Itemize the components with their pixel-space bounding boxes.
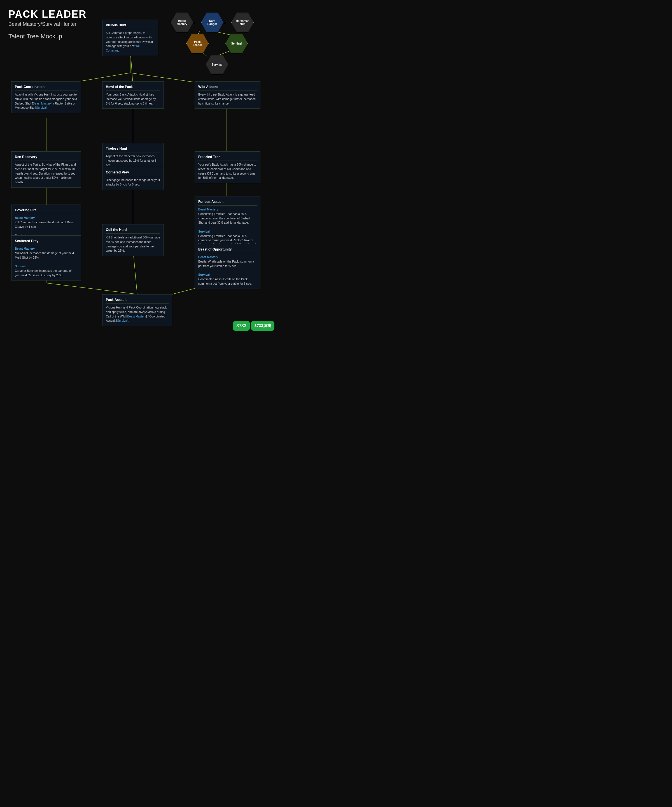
pack-coordination-card: Pack Coordination Attacking with Vicious…: [11, 81, 81, 113]
pack-coordination-title: Pack Coordination: [15, 84, 78, 91]
frenzied-tear-body: Your pet's Basic Attack has a 20% chance…: [198, 163, 257, 180]
svg-line-15: [46, 283, 137, 294]
pack-assault-title: Pack Assault: [106, 297, 169, 304]
pack-coordination-body: Attacking with Vicious Hunt instructs yo…: [15, 93, 78, 110]
frenzied-tear-title: Frenzied Tear: [198, 154, 257, 161]
wild-attacks-card: Wild Attacks Every third pet Basic Attac…: [195, 81, 260, 109]
den-recovery-card: Den Recovery Aspect of the Turtle, Survi…: [11, 151, 81, 188]
vicious-hunt-body: Kill Command prepares you to viciously a…: [106, 31, 154, 53]
hex-pack-leader[interactable]: Pack Leader: [186, 34, 209, 53]
page-title: PACK LEADER: [8, 8, 86, 20]
page-subtitle: Beast Mastery/Survival Hunter: [8, 21, 86, 27]
cornered-prey-card: Cornered Prey Disengage increases the ra…: [102, 167, 164, 190]
den-recovery-title: Den Recovery: [15, 154, 78, 161]
cull-herd-card: Cull the Herd Kill Shot deals an additio…: [102, 224, 164, 256]
scattered-prey-body: Beast Mastery Multi-Shot increases the d…: [15, 247, 78, 277]
hex-survival[interactable]: Survival: [206, 55, 228, 74]
tireless-hunt-body: Aspect of the Cheetah now increases move…: [106, 154, 160, 167]
howl-pack-body: Your pet's Basic Attack critical strikes…: [106, 93, 160, 106]
hex-dark-ranger[interactable]: Dark Ranger: [201, 13, 223, 32]
covering-fire-title: Covering Fire: [15, 208, 78, 214]
cornered-prey-title: Cornered Prey: [106, 170, 160, 176]
pack-assault-body: Vicious Hunt and Pack Coordination now s…: [106, 306, 169, 323]
beast-opportunity-title: Beast of Opportunity: [198, 247, 257, 253]
hex-beast-mastery[interactable]: Beast Mastery: [171, 13, 193, 32]
den-recovery-body: Aspect of the Turtle, Survival of the Fi…: [15, 163, 78, 185]
pack-assault-card: Pack Assault Vicious Hunt and Pack Coord…: [102, 294, 172, 326]
tireless-hunt-title: Tireless Hunt: [106, 146, 160, 153]
watermark: 3733 3733游戏: [233, 321, 275, 330]
howl-pack-card: Howl of the Pack Your pet's Basic Attack…: [102, 81, 164, 109]
howl-pack-title: Howl of the Pack: [106, 84, 160, 91]
hex-sentinel[interactable]: Sentinel: [225, 34, 248, 53]
wild-attacks-body: Every third pet Basic Attack is a guaran…: [198, 93, 257, 106]
frenzied-tear-card: Frenzied Tear Your pet's Basic Attack ha…: [195, 151, 260, 183]
tireless-hunt-card: Tireless Hunt Aspect of the Cheetah now …: [102, 143, 164, 170]
watermark-badge1: 3733: [233, 321, 250, 330]
title-area: PACK LEADER Beast Mastery/Survival Hunte…: [8, 8, 86, 40]
vicious-hunt-card: Vicious Hunt Kill Command prepares you t…: [102, 20, 158, 56]
vicious-hunt-title: Vicious Hunt: [106, 23, 154, 29]
svg-line-18: [133, 249, 137, 294]
cornered-prey-body: Disengage increases the range of all you…: [106, 178, 160, 187]
cull-herd-body: Kill Shot deals an additional 30% damage…: [106, 235, 160, 253]
scattered-prey-card: Scattered Prey Beast Mastery Multi-Shot …: [11, 235, 81, 281]
page-section: Talent Tree Mockup: [8, 33, 86, 40]
beast-opportunity-body: Beast Mastery Bestial Wrath calls on the…: [198, 255, 257, 286]
cull-herd-title: Cull the Herd: [106, 227, 160, 234]
furious-assault-title: Furious Assault: [198, 199, 257, 206]
wild-attacks-title: Wild Attacks: [198, 84, 257, 91]
hex-marksmanship[interactable]: Marksman ship: [231, 13, 254, 32]
beast-opportunity-card: Beast of Opportunity Beast Mastery Besti…: [195, 244, 260, 289]
scattered-prey-title: Scattered Prey: [15, 239, 78, 245]
watermark-badge2: 3733游戏: [251, 321, 275, 330]
